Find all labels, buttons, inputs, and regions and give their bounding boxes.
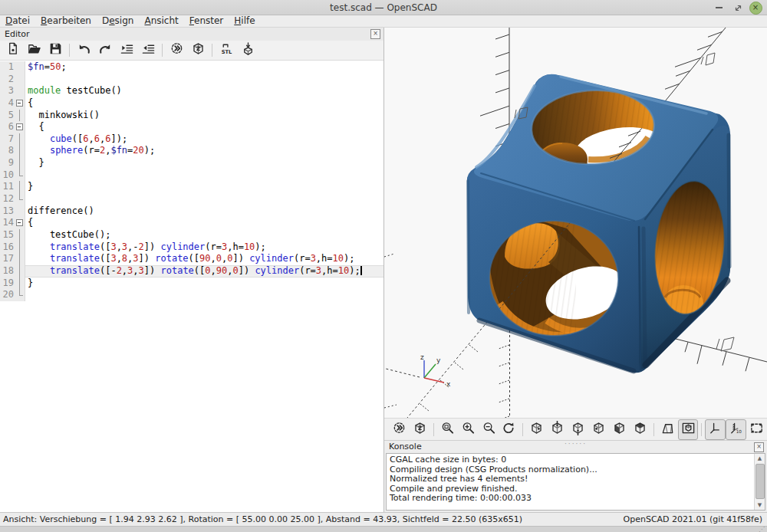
line-number: 4 [0, 97, 15, 110]
view-top-button[interactable] [547, 419, 568, 440]
render-icon [413, 421, 427, 438]
unindent-button[interactable] [116, 41, 137, 61]
print-3d-button[interactable] [237, 41, 258, 61]
view-bottom-button[interactable] [568, 419, 588, 440]
open-button[interactable] [23, 41, 44, 61]
console-panel-header: ······ Konsole × [384, 441, 767, 453]
zoom-out-button[interactable] [479, 419, 499, 440]
code-text: { [25, 217, 33, 229]
indent-button[interactable] [137, 41, 159, 61]
line-number: 6 [0, 121, 15, 133]
view-front-button[interactable] [609, 419, 630, 440]
zoom-all-button[interactable] [437, 419, 458, 440]
code-line[interactable]: 16 translate([3,3,-2]) cylinder(r=3,h=10… [0, 241, 384, 254]
menu-item-design[interactable]: Design [97, 15, 139, 28]
3d-viewport[interactable]: z y x [384, 28, 767, 418]
code-line[interactable]: 3module testCube() [0, 85, 384, 97]
scroll-down-icon[interactable]: ▼ [755, 501, 765, 510]
code-line[interactable]: 17 translate([3,8,3]) rotate([90,0,0]) c… [0, 253, 384, 265]
console-panel-title: Konsole [389, 442, 422, 452]
code-text: translate([3,8,3]) rotate([90,0,0]) cyli… [25, 253, 354, 265]
fold-marker-icon[interactable] [15, 97, 25, 110]
code-line[interactable]: 6 { [0, 121, 384, 133]
window-bottom-edge: ⋰ [0, 526, 767, 532]
maximize-icon [734, 4, 742, 12]
code-line[interactable]: 19} [0, 277, 384, 290]
render-button[interactable] [410, 419, 430, 440]
editor-close-icon[interactable]: × [370, 29, 380, 39]
code-line[interactable]: 20 [0, 289, 384, 301]
code-line[interactable]: 13difference() [0, 205, 384, 218]
resize-grip[interactable]: ⋰ [759, 527, 765, 531]
code-line[interactable]: 10 [0, 169, 384, 182]
view-right-button[interactable] [526, 419, 547, 440]
code-line[interactable]: 4{ [0, 97, 384, 110]
show-scale-button[interactable]: 10 [726, 419, 746, 440]
orthographic-button[interactable] [678, 419, 699, 440]
menu-item-datei[interactable]: Datei [0, 15, 35, 28]
unindent-icon [120, 41, 134, 59]
code-line[interactable]: 14{ [0, 217, 384, 229]
menu-item-hilfe[interactable]: Hilfe [229, 15, 260, 28]
code-text: cube([6,6,6]); [25, 133, 127, 146]
reset-view-button[interactable] [499, 419, 519, 440]
fold-column [15, 181, 25, 193]
code-line[interactable]: 11} [0, 181, 384, 193]
zoom-in-button[interactable] [458, 419, 479, 440]
menu-item-fenster[interactable]: Fenster [184, 15, 229, 28]
fold-column [15, 289, 25, 301]
code-editor[interactable]: 1$fn=50;23module testCube()4{5 minkowski… [0, 61, 384, 512]
scrollbar-thumb[interactable] [755, 464, 765, 499]
code-line[interactable]: 9 } [0, 157, 384, 169]
code-text [25, 289, 28, 301]
view-all-icon [749, 421, 764, 438]
z-axis-label: z [420, 353, 424, 361]
undo-icon [77, 41, 91, 59]
perspective-button[interactable] [657, 419, 678, 440]
console-close-icon[interactable]: × [754, 442, 764, 452]
preview-button[interactable] [166, 41, 187, 61]
scroll-up-icon[interactable]: ▲ [755, 454, 765, 463]
code-text: translate([-2,3,3]) rotate([0,90,0]) cyl… [25, 265, 362, 277]
code-line[interactable]: 12 [0, 193, 384, 205]
undo-button[interactable] [73, 41, 94, 61]
line-number: 3 [0, 85, 15, 97]
fold-column [15, 205, 25, 218]
minimize-button[interactable] [712, 2, 726, 14]
fold-marker-icon[interactable] [15, 217, 25, 229]
code-line[interactable]: 8 sphere(r=2,$fn=20); [0, 145, 384, 157]
code-line[interactable]: 1$fn=50; [0, 61, 384, 74]
code-line[interactable]: 15 testCube(); [0, 229, 384, 241]
code-text: minkowski() [25, 110, 100, 122]
menu-item-bearbeiten[interactable]: Bearbeiten [35, 15, 97, 28]
code-line[interactable]: 2 [0, 74, 384, 86]
zoom-in-icon [461, 421, 476, 438]
redo-button[interactable] [94, 41, 116, 61]
render-icon [191, 41, 206, 59]
maximize-button[interactable] [731, 2, 745, 14]
orthographic-icon [681, 421, 696, 438]
view-left-button[interactable] [588, 419, 609, 440]
code-line[interactable]: 7 cube([6,6,6]); [0, 133, 384, 146]
menu-bar: DateiBearbeitenDesignAnsichtFensterHilfe [0, 15, 767, 28]
right-column: z y x 10 ······ Konsole × CGAL cache siz… [384, 28, 767, 512]
view-back-button[interactable] [630, 419, 650, 440]
render-button[interactable] [187, 41, 209, 61]
export-stl-button[interactable]: STL [216, 41, 237, 61]
fold-marker-icon[interactable] [15, 121, 25, 133]
menu-item-ansicht[interactable]: Ansicht [139, 15, 183, 28]
code-line[interactable]: 5 minkowski() [0, 110, 384, 122]
new-file-button[interactable] [2, 41, 23, 61]
save-button[interactable] [44, 41, 66, 61]
line-number: 5 [0, 110, 15, 122]
splitter-handle[interactable]: ······ [565, 440, 587, 448]
preview-button[interactable] [389, 419, 410, 440]
toolbar-separator [653, 423, 654, 436]
close-button[interactable]: × [749, 2, 762, 14]
console-scrollbar[interactable]: ▲ ▼ [754, 454, 765, 510]
show-axes-button[interactable] [705, 419, 726, 440]
code-line[interactable]: 18 translate([-2,3,3]) rotate([0,90,0]) … [0, 265, 384, 277]
fold-column [15, 157, 25, 169]
view-all-button[interactable] [746, 419, 767, 440]
line-number: 12 [0, 193, 15, 205]
